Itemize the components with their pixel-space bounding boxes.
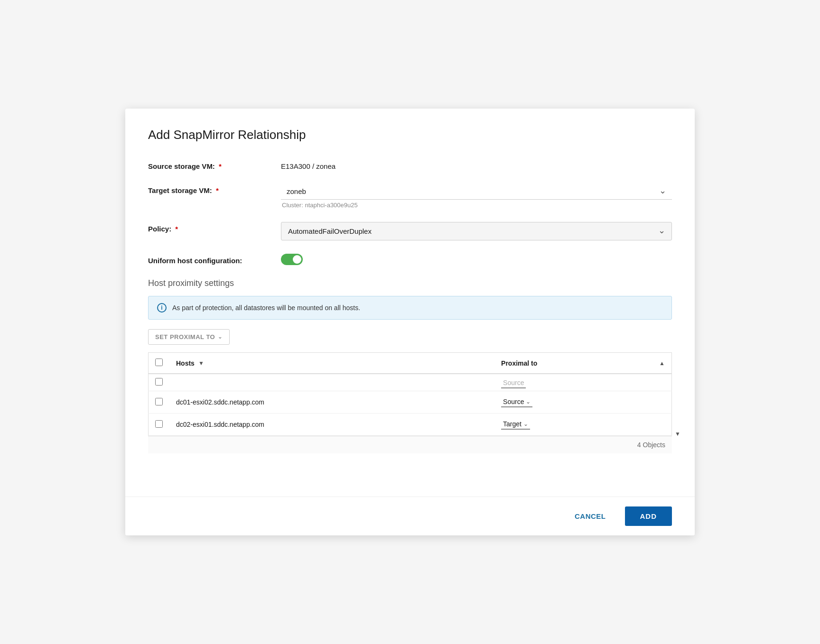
toggle-slider [281, 254, 303, 265]
required-indicator: * [219, 162, 222, 170]
proximal-value-1: Source [503, 398, 524, 405]
source-storage-vm-label: Source storage VM: * [148, 159, 281, 170]
host-cell-0 [169, 374, 494, 391]
set-proximal-label: SET PROXIMAL TO [155, 333, 215, 340]
proximal-value-2: Target [503, 420, 522, 428]
uniform-host-config-label: Uniform host configuration: [148, 254, 281, 265]
proximal-dropdown-2[interactable]: Target ⌄ [501, 419, 530, 430]
table-footer: 4 Objects [148, 436, 672, 453]
source-storage-vm-value: E13A300 / zonea [281, 159, 672, 170]
row-checkbox-cell [149, 414, 170, 436]
target-storage-vm-row: Target storage VM: * zoneb Cluster: ntap… [148, 184, 672, 209]
row-checkbox-0[interactable] [155, 378, 163, 386]
th-hosts: Hosts ▼ [169, 353, 494, 374]
policy-label: Policy: * [148, 222, 281, 233]
host-cell-1: dc01-esxi02.sddc.netapp.com [169, 391, 494, 414]
table-row: Source [149, 374, 672, 391]
dropdown-arrow-1: ⌄ [526, 398, 531, 405]
cancel-button[interactable]: CANCEL [563, 506, 617, 526]
info-text: As part of protection, all datastores wi… [172, 304, 360, 312]
proximal-cell-2: Target ⌄ [494, 414, 671, 436]
required-indicator-policy: * [175, 225, 178, 233]
hosts-column-label: Hosts [176, 359, 195, 367]
table-wrapper: Hosts ▼ Proximal to ▲ [148, 352, 672, 453]
th-proximal: Proximal to ▲ [494, 353, 671, 374]
policy-select[interactable]: AutomatedFailOverDuplex MirrorAllSnapsho… [281, 222, 672, 240]
row-checkbox-1[interactable] [155, 398, 163, 405]
target-storage-vm-label: Target storage VM: * [148, 184, 281, 194]
object-count: 4 Objects [637, 441, 665, 449]
table-scroll-up-icon[interactable]: ▲ [659, 360, 665, 367]
uniform-host-config-row: Uniform host configuration: [148, 254, 672, 265]
row-checkbox-cell [149, 391, 170, 414]
required-indicator-target: * [216, 186, 219, 194]
table-header-row: Hosts ▼ Proximal to ▲ [149, 353, 672, 374]
row-checkbox-2[interactable] [155, 420, 163, 428]
source-storage-vm-row: Source storage VM: * E13A300 / zonea [148, 159, 672, 170]
policy-select-container: AutomatedFailOverDuplex MirrorAllSnapsho… [281, 222, 672, 240]
add-button[interactable]: ADD [625, 506, 672, 526]
hosts-table: Hosts ▼ Proximal to ▲ [148, 352, 672, 436]
cluster-hint: Cluster: ntaphci-a300e9u25 [281, 202, 672, 209]
info-icon: i [157, 303, 167, 313]
dialog-content: Add SnapMirror Relationship Source stora… [125, 109, 695, 497]
host-name-1: dc01-esxi02.sddc.netapp.com [176, 398, 264, 406]
host-proximity-title: Host proximity settings [148, 278, 672, 288]
set-proximal-to-button[interactable]: SET PROXIMAL TO ⌄ [148, 329, 230, 345]
dialog-title: Add SnapMirror Relationship [148, 128, 672, 142]
target-vm-select-container: zoneb [281, 184, 672, 200]
proximal-value-0: Source [501, 378, 526, 388]
proximal-column-label: Proximal to [501, 359, 537, 367]
proximal-dropdown-1[interactable]: Source ⌄ [501, 397, 532, 407]
add-snapmirror-dialog: Add SnapMirror Relationship Source stora… [125, 109, 695, 535]
toggle-container [281, 254, 303, 265]
chevron-down-icon: ⌄ [218, 334, 223, 340]
proximal-cell-0: Source [494, 374, 671, 391]
table-row: dc02-esxi01.sddc.netapp.com Target ⌄ [149, 414, 672, 436]
target-storage-vm-select[interactable]: zoneb [281, 184, 672, 200]
target-storage-vm-select-wrapper: zoneb Cluster: ntaphci-a300e9u25 [281, 184, 672, 209]
proximal-cell-1: Source ⌄ [494, 391, 671, 414]
host-cell-2: dc02-esxi01.sddc.netapp.com [169, 414, 494, 436]
uniform-host-toggle[interactable] [281, 254, 303, 265]
table-row: dc01-esxi02.sddc.netapp.com Source ⌄ [149, 391, 672, 414]
filter-icon[interactable]: ▼ [198, 360, 204, 367]
table-scroll-down-icon[interactable]: ▼ [675, 431, 680, 437]
row-checkbox-cell [149, 374, 170, 391]
policy-select-wrapper: AutomatedFailOverDuplex MirrorAllSnapsho… [281, 222, 672, 240]
info-banner: i As part of protection, all datastores … [148, 296, 672, 320]
select-all-checkbox[interactable] [155, 359, 163, 366]
th-checkbox [149, 353, 170, 374]
host-proximity-section: Host proximity settings i As part of pro… [148, 278, 672, 453]
dialog-footer: CANCEL ADD [125, 497, 695, 535]
host-name-2: dc02-esxi01.sddc.netapp.com [176, 421, 264, 428]
dropdown-arrow-2: ⌄ [523, 421, 528, 427]
policy-row: Policy: * AutomatedFailOverDuplex Mirror… [148, 222, 672, 240]
